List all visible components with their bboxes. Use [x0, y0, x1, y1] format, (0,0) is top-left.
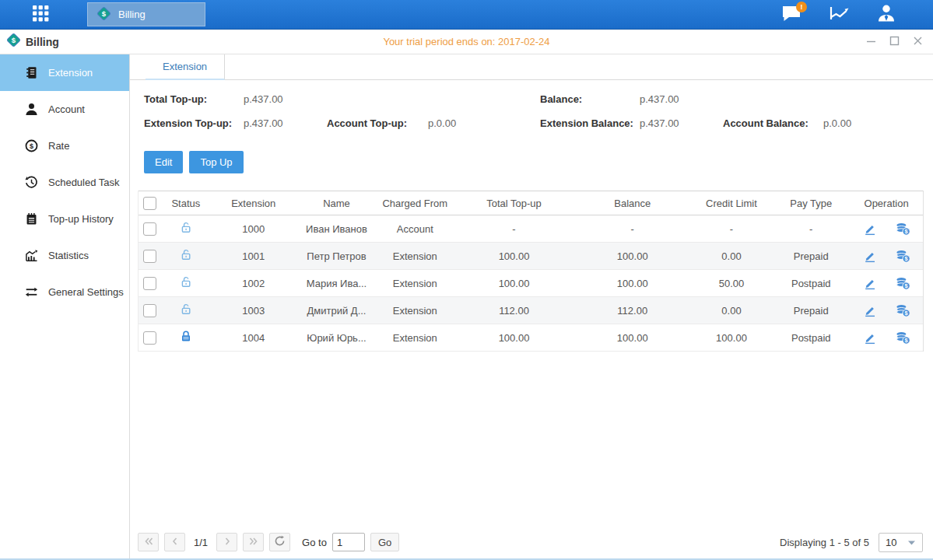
edit-icon[interactable]	[863, 222, 877, 236]
monitor-button[interactable]	[828, 4, 850, 26]
unlock-icon	[180, 248, 192, 264]
checkbox-cell	[139, 331, 162, 345]
lock-icon	[180, 330, 192, 345]
extension-cell: 1001	[210, 250, 297, 262]
notepad-icon	[24, 212, 38, 226]
row-checkbox[interactable]	[143, 331, 156, 345]
refresh-button[interactable]	[269, 533, 290, 551]
total-topup-label: Total Top-up:	[144, 93, 207, 105]
user-menu-button[interactable]	[875, 4, 897, 26]
account-topup-label: Account Top-up:	[327, 117, 407, 129]
unlock-icon	[180, 275, 192, 291]
edit-icon[interactable]	[863, 304, 877, 317]
topup-button[interactable]: Top Up	[189, 151, 243, 173]
edit-icon[interactable]	[863, 250, 877, 263]
column-header-operation[interactable]: Operation	[850, 198, 923, 209]
name-cell: Мария Ива...	[297, 278, 377, 289]
table-row-1003[interactable]: 1003Дмитрий Д...Extension112.00112.000.0…	[139, 297, 923, 324]
edit-icon[interactable]	[863, 277, 877, 290]
action-buttons: Edit Top Up	[144, 151, 244, 173]
sidebar-item-label: Rate	[48, 140, 69, 152]
maximize-button[interactable]	[889, 37, 900, 48]
sidebar-item-extension[interactable]: Extension	[0, 54, 129, 91]
edit-button[interactable]: Edit	[144, 151, 183, 173]
extension-topup-label: Extension Top-up:	[144, 117, 232, 129]
topbar-icons: !	[780, 0, 897, 30]
unlock-icon	[180, 221, 192, 236]
table-row-1004[interactable]: 1004Юрий Юрь...Extension100.00100.00100.…	[139, 324, 923, 352]
row-checkbox[interactable]	[143, 222, 156, 236]
status-cell	[162, 303, 210, 318]
extension-balance-value: p.437.00	[640, 117, 679, 129]
row-checkbox[interactable]	[143, 277, 156, 290]
name-cell: Иван Иванов	[297, 223, 377, 235]
column-header-charged-from[interactable]: Charged From	[376, 198, 454, 209]
row-checkbox[interactable]	[143, 250, 156, 263]
tabstrip: Extension	[130, 54, 933, 80]
topup-icon[interactable]: $	[896, 222, 910, 236]
topup-icon[interactable]: $	[896, 304, 910, 317]
select-all-checkbox[interactable]	[143, 197, 156, 210]
page-indicator: 1/1	[191, 537, 211, 548]
svg-text:$: $	[29, 142, 33, 150]
table-row-1000[interactable]: 1000Иван ИвановAccount----$	[139, 215, 923, 243]
apps-grid-button[interactable]	[23, 4, 58, 26]
total-topup-cell: 100.00	[454, 250, 574, 262]
column-header-extension[interactable]: Extension	[210, 198, 297, 209]
topup-icon[interactable]: $	[896, 250, 910, 263]
caret-down-icon	[907, 537, 916, 548]
credit-limit-cell: -	[691, 223, 773, 235]
credit-limit-cell: 50.00	[691, 278, 773, 289]
chevrons-right-icon	[248, 535, 259, 549]
next-page-button[interactable]	[216, 533, 237, 551]
table-row-1002[interactable]: 1002Мария Ива...Extension100.00100.0050.…	[139, 270, 923, 297]
topbar-tab-billing[interactable]: $ Billing	[87, 2, 205, 26]
sidebar-item-top-up-history[interactable]: Top-up History	[0, 201, 129, 237]
goto-page-input[interactable]	[332, 533, 365, 551]
sidebar-item-label: Account	[48, 103, 85, 115]
balance-cell: 100.00	[574, 332, 691, 344]
close-button[interactable]	[912, 37, 924, 48]
table-header: StatusExtensionNameCharged FromTotal Top…	[139, 191, 923, 215]
tab-extension[interactable]: Extension	[146, 54, 225, 80]
sidebar-item-statistics[interactable]: Statistics	[0, 237, 129, 274]
svg-text:$: $	[904, 337, 907, 344]
column-header-balance[interactable]: Balance	[574, 198, 691, 209]
extension-cell: 1000	[210, 223, 297, 235]
sidebar-item-rate[interactable]: $Rate	[0, 128, 129, 164]
notifications-button[interactable]: !	[780, 4, 802, 26]
pagination-controls: 1/1 Go to Go	[138, 533, 399, 551]
status-cell	[162, 330, 210, 345]
topup-icon[interactable]: $	[896, 331, 910, 345]
pay-type-cell: Prepaid	[772, 250, 850, 262]
row-checkbox[interactable]	[143, 304, 156, 317]
charged-from-cell: Extension	[376, 305, 454, 317]
trial-notice: Your trial period ends on: 2017-02-24	[0, 36, 933, 47]
column-header-credit-limit[interactable]: Credit Limit	[691, 198, 773, 209]
sidebar-item-general-settings[interactable]: General Settings	[0, 274, 129, 310]
column-header-total-top-up[interactable]: Total Top-up	[454, 198, 574, 209]
table-row-1001[interactable]: 1001Петр ПетровExtension100.00100.000.00…	[139, 243, 923, 270]
apps-grid-icon	[31, 4, 50, 26]
page-size-select[interactable]: 10	[879, 533, 923, 552]
column-header-name[interactable]: Name	[297, 198, 377, 209]
edit-icon[interactable]	[863, 331, 877, 345]
table-body: 1000Иван ИвановAccount----$1001Петр Петр…	[139, 215, 923, 352]
pay-type-cell: Postpaid	[772, 278, 850, 289]
column-header-status[interactable]: Status	[162, 198, 210, 209]
billing-diamond-icon: $	[96, 6, 111, 23]
go-button[interactable]: Go	[370, 533, 399, 551]
clock-icon	[24, 176, 38, 190]
last-page-button[interactable]	[243, 533, 264, 551]
sidebar-item-account[interactable]: Account	[0, 91, 129, 128]
column-header-pay-type[interactable]: Pay Type	[772, 198, 850, 209]
sidebar-item-label: General Settings	[48, 286, 124, 298]
minimize-button[interactable]	[865, 37, 877, 48]
sidebar-item-label: Extension	[48, 67, 93, 79]
topup-icon[interactable]: $	[896, 277, 910, 290]
pagination-status: Displaying 1 - 5 of 5 10	[780, 533, 923, 552]
first-page-button[interactable]	[138, 533, 159, 551]
prev-page-button[interactable]	[164, 533, 185, 551]
operation-cell: $	[850, 304, 923, 317]
sidebar-item-scheduled-task[interactable]: Scheduled Task	[0, 164, 129, 201]
